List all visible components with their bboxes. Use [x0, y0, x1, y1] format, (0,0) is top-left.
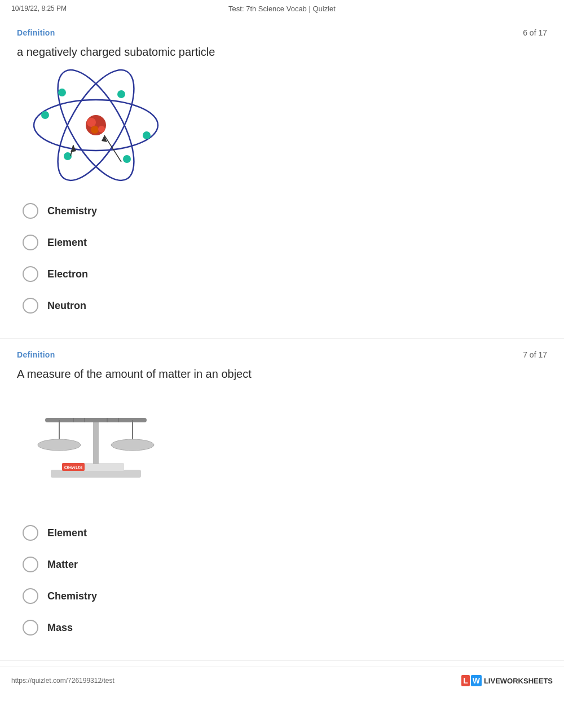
option-q7-mass[interactable]: Mass — [17, 612, 547, 643]
footer-url: https://quizlet.com/726199312/test — [11, 677, 114, 685]
radio-q7-matter[interactable] — [23, 557, 38, 572]
radio-q6-element[interactable] — [23, 235, 38, 250]
radio-q7-element[interactable] — [23, 525, 38, 541]
svg-rect-20 — [93, 419, 99, 464]
question-6-block: Definition 6 of 17 a negatively charged … — [0, 17, 564, 339]
svg-rect-21 — [45, 418, 147, 422]
question-7-block: Definition 7 of 17 A measure of the amou… — [0, 339, 564, 661]
question-6-options: Chemistry Element Electron Neutron — [17, 195, 547, 321]
logo-letter-w: W — [471, 675, 482, 686]
option-q6-neutron[interactable]: Neutron — [17, 290, 547, 321]
question-7-count: 7 of 17 — [523, 350, 547, 359]
option-label-q6-electron: Electron — [47, 268, 88, 280]
svg-point-10 — [64, 152, 72, 160]
svg-point-4 — [87, 118, 96, 127]
logo-text: LIVEWORKSHEETS — [484, 677, 553, 685]
datetime: 10/19/22, 8:25 PM — [11, 5, 67, 12]
option-label-q6-element: Element — [47, 237, 87, 249]
question-7-image: OHAUS — [17, 391, 175, 504]
svg-point-13 — [58, 89, 66, 96]
svg-point-12 — [123, 155, 131, 163]
option-q7-chemistry[interactable]: Chemistry — [17, 580, 547, 612]
svg-text:OHAUS: OHAUS — [64, 465, 83, 470]
footer: https://quizlet.com/726199312/test L W L… — [0, 667, 564, 694]
svg-point-7 — [98, 126, 105, 133]
question-6-label: Definition — [17, 28, 55, 37]
question-6-image — [17, 69, 175, 182]
svg-rect-18 — [51, 470, 141, 478]
question-7-options: Element Matter Chemistry Mass — [17, 517, 547, 643]
logo-letter-l: L — [461, 675, 470, 686]
option-q6-element[interactable]: Element — [17, 227, 547, 258]
question-6-count: 6 of 17 — [523, 28, 547, 37]
question-7-text: A measure of the amount of matter in an … — [17, 366, 547, 382]
question-6-text: a negatively charged subatomic particle — [17, 44, 547, 60]
option-label-q7-matter: Matter — [47, 559, 78, 571]
question-7-label: Definition — [17, 350, 55, 359]
svg-point-6 — [91, 126, 99, 134]
option-q7-matter[interactable]: Matter — [17, 549, 547, 580]
logo-box: L W — [461, 675, 482, 686]
svg-point-9 — [143, 131, 151, 139]
site-title: Test: 7th Science Vocab | Quizlet — [228, 5, 336, 13]
radio-q7-chemistry[interactable] — [23, 588, 38, 604]
option-q6-electron[interactable]: Electron — [17, 258, 547, 290]
liveworksheets-logo: L W LIVEWORKSHEETS — [461, 675, 553, 686]
option-label-q7-element: Element — [47, 527, 87, 539]
svg-point-8 — [41, 111, 49, 119]
radio-q6-chemistry[interactable] — [23, 203, 38, 219]
question-6-header: Definition 6 of 17 — [17, 28, 547, 37]
svg-point-25 — [111, 439, 154, 451]
option-label-q7-chemistry: Chemistry — [47, 590, 97, 602]
svg-point-24 — [38, 439, 81, 451]
question-7-header: Definition 7 of 17 — [17, 350, 547, 359]
radio-q6-electron[interactable] — [23, 266, 38, 282]
option-label-q7-mass: Mass — [47, 622, 73, 634]
option-label-q6-neutron: Neutron — [47, 300, 86, 312]
radio-q6-neutron[interactable] — [23, 298, 38, 314]
top-bar: 10/19/22, 8:25 PM Test: 7th Science Voca… — [0, 0, 564, 17]
option-label-q6-chemistry: Chemistry — [47, 205, 97, 217]
svg-point-11 — [117, 90, 125, 98]
option-q7-element[interactable]: Element — [17, 517, 547, 549]
option-q6-chemistry[interactable]: Chemistry — [17, 195, 547, 227]
radio-q7-mass[interactable] — [23, 620, 38, 636]
